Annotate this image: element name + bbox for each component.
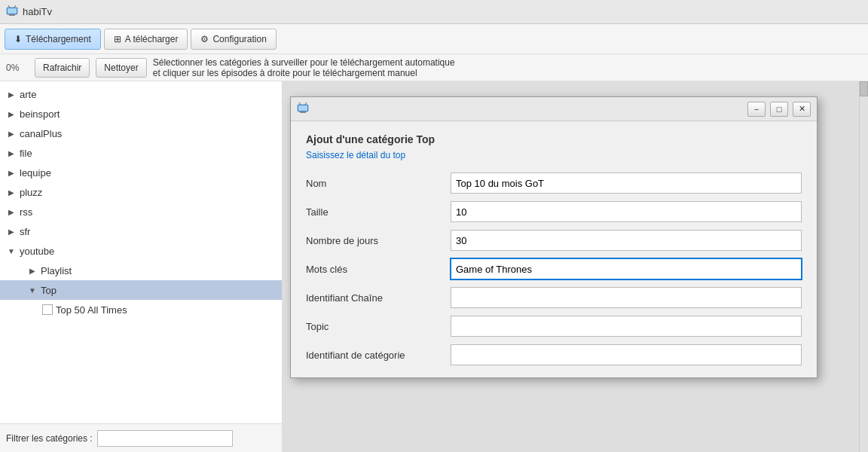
tab-configuration-label: Configuration — [212, 34, 266, 44]
modal-subtitle: Saisissez le détail du top — [306, 150, 802, 160]
chevron-right-icon: ▶ — [6, 148, 17, 158]
tree-item-beinsport[interactable]: ▶ beinsport — [0, 104, 282, 124]
tree-item-top50[interactable]: Top 50 All Times — [0, 300, 282, 319]
tree-item-beinsport-label: beinsport — [20, 108, 60, 120]
input-identifiant-chaine[interactable] — [451, 287, 802, 308]
tree-item-top50-label: Top 50 All Times — [56, 304, 127, 316]
chevron-right-icon: ▶ — [6, 226, 17, 237]
minimize-icon: − — [754, 105, 759, 114]
modal-dialog: − □ ✕ Ajout d'une catégorie Top Saisisse… — [290, 96, 818, 378]
filter-label: Filtrer les catégories : — [6, 433, 93, 444]
table-icon: ⊞ — [114, 34, 121, 44]
input-taille[interactable] — [451, 201, 802, 222]
tree-item-youtube[interactable]: ▼ youtube — [0, 241, 282, 261]
modal-title-bar: − □ ✕ — [291, 97, 817, 121]
tree-item-rss-label: rss — [20, 206, 32, 218]
label-identifiant-chaine: Identifiant Chaîne — [306, 292, 442, 304]
label-nombre-jours: Nombre de jours — [306, 235, 442, 246]
clean-button[interactable]: Nettoyer — [96, 58, 146, 78]
label-identifiant-categorie: Identifiant de catégorie — [306, 350, 442, 361]
label-mots-cles: Mots clés — [306, 264, 442, 275]
gear-icon: ⚙ — [200, 34, 209, 44]
tree-item-top[interactable]: ▼ Top — [0, 280, 282, 300]
refresh-button[interactable]: Rafraichir — [35, 58, 90, 78]
input-nombre-jours[interactable] — [451, 230, 802, 251]
checkbox-top50[interactable] — [42, 304, 53, 315]
tree-item-top-label: Top — [41, 285, 57, 296]
tree-item-playlist-label: Playlist — [41, 265, 72, 276]
svg-rect-7 — [298, 105, 307, 111]
modal-app-icon — [297, 102, 309, 116]
tree-item-file[interactable]: ▶ file — [0, 143, 282, 163]
filter-input[interactable] — [97, 430, 233, 447]
tree-item-lequipe[interactable]: ▶ lequipe — [0, 163, 282, 182]
left-panel: ▶ arte ▶ beinsport ▶ canalPlus ▶ file — [0, 81, 283, 452]
close-button[interactable]: ✕ — [793, 102, 811, 117]
tab-a-telecharger[interactable]: ⊞ A télécharger — [104, 29, 188, 50]
label-nom: Nom — [306, 178, 442, 189]
svg-line-4 — [14, 5, 16, 8]
app-title: habiTv — [23, 6, 52, 17]
label-topic: Topic — [306, 321, 442, 332]
maximize-button[interactable]: □ — [770, 102, 788, 117]
label-taille: Taille — [306, 206, 442, 218]
svg-line-9 — [305, 102, 307, 105]
tab-configuration[interactable]: ⚙ Configuration — [191, 29, 276, 50]
app-icon — [6, 5, 18, 19]
svg-rect-6 — [300, 111, 306, 113]
tree-item-canalplus[interactable]: ▶ canalPlus — [0, 124, 282, 143]
tree-item-arte[interactable]: ▶ arte — [0, 84, 282, 104]
chevron-down-icon: ▼ — [6, 246, 17, 256]
right-panel: − □ ✕ Ajout d'une catégorie Top Saisisse… — [283, 81, 868, 452]
svg-rect-1 — [9, 14, 15, 16]
modal-section-title: Ajout d'une catégorie Top — [306, 133, 802, 145]
tree-item-arte-label: arte — [20, 89, 36, 100]
svg-line-3 — [8, 5, 10, 8]
chevron-right-icon: ▶ — [6, 167, 17, 178]
instruction-line1: Sélectionner les catégories à surveiller… — [153, 57, 862, 68]
input-mots-cles[interactable] — [451, 258, 802, 279]
modal-body: Ajout d'une catégorie Top Saisissez le d… — [291, 121, 817, 377]
tree-item-playlist[interactable]: ▶ Playlist — [0, 261, 282, 280]
filter-area: Filtrer les catégories : — [0, 423, 282, 452]
chevron-right-icon: ▶ — [6, 89, 17, 99]
input-topic[interactable] — [451, 316, 802, 337]
progress-percent: 0% — [6, 63, 29, 73]
tab-telechargement-label: Téléchargement — [26, 34, 91, 44]
tab-a-telecharger-label: A télécharger — [125, 34, 179, 44]
chevron-right-icon: ▶ — [6, 108, 17, 119]
tree-item-pluzz[interactable]: ▶ pluzz — [0, 182, 282, 202]
maximize-icon: □ — [777, 105, 782, 114]
download-icon: ⬇ — [14, 34, 22, 44]
svg-line-8 — [299, 102, 301, 105]
minimize-button[interactable]: − — [747, 102, 766, 117]
form-grid: Nom Taille Nombre de jours Mots clés — [306, 173, 802, 365]
tree-item-pluzz-label: pluzz — [20, 187, 42, 198]
tree-item-file-label: file — [20, 148, 32, 159]
tree-item-youtube-label: youtube — [20, 246, 54, 257]
close-icon: ✕ — [799, 104, 805, 114]
title-bar: habiTv — [0, 0, 868, 24]
svg-rect-2 — [8, 8, 17, 14]
instruction-text: Sélectionner les catégories à surveiller… — [153, 57, 862, 78]
tree-item-lequipe-label: lequipe — [20, 167, 51, 179]
tree-item-sfr-label: sfr — [20, 226, 30, 237]
toolbar: ⬇ Téléchargement ⊞ A télécharger ⚙ Confi… — [0, 24, 868, 54]
chevron-right-icon: ▶ — [27, 265, 38, 276]
input-nom[interactable] — [451, 173, 802, 194]
scrollbar[interactable] — [859, 81, 868, 452]
progress-bar-area: 0% Rafraichir Nettoyer Sélectionner les … — [0, 54, 868, 81]
modal-overlay: − □ ✕ Ajout d'une catégorie Top Saisisse… — [283, 81, 868, 452]
tree-item-sfr[interactable]: ▶ sfr — [0, 221, 282, 241]
chevron-down-icon: ▼ — [27, 285, 38, 295]
chevron-right-icon: ▶ — [6, 206, 17, 217]
tree-item-rss[interactable]: ▶ rss — [0, 202, 282, 221]
main-window: habiTv ⬇ Téléchargement ⊞ A télécharger … — [0, 0, 868, 452]
chevron-right-icon: ▶ — [6, 187, 17, 197]
chevron-right-icon: ▶ — [6, 128, 17, 139]
input-identifiant-categorie[interactable] — [451, 344, 802, 365]
instruction-line2: et cliquer sur les épisodes à droite pou… — [153, 68, 862, 78]
tree-area[interactable]: ▶ arte ▶ beinsport ▶ canalPlus ▶ file — [0, 81, 282, 423]
content-area: ▶ arte ▶ beinsport ▶ canalPlus ▶ file — [0, 81, 868, 452]
tab-telechargement[interactable]: ⬇ Téléchargement — [5, 29, 101, 50]
